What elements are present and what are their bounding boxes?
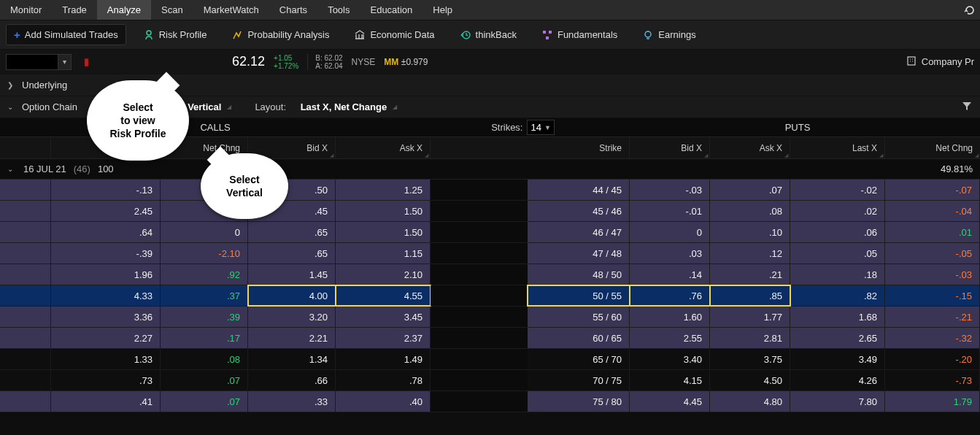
cell[interactable]: -.13 bbox=[51, 180, 161, 200]
cell[interactable]: 4.80 bbox=[710, 391, 790, 412]
cell[interactable]: -.21 bbox=[885, 307, 980, 327]
cell[interactable]: 1.49 bbox=[336, 349, 431, 369]
table-row[interactable]: 3.36.393.203.4555 / 601.601.771.68-.21 bbox=[0, 307, 980, 328]
col-bid-puts[interactable]: Bid X◢ bbox=[630, 137, 710, 158]
cell[interactable]: -.01 bbox=[630, 201, 710, 221]
cell[interactable] bbox=[0, 264, 51, 285]
cell[interactable]: 48 / 50 bbox=[528, 264, 630, 285]
cell[interactable]: .82 bbox=[790, 285, 885, 306]
table-row[interactable]: .73.07.66.7870 / 754.154.504.26-.73 bbox=[0, 370, 980, 391]
cell[interactable] bbox=[0, 307, 51, 327]
table-row[interactable]: 4.33.374.004.5550 / 55.76.85.82-.15 bbox=[0, 285, 980, 307]
add-simulated-trades-button[interactable]: + Add Simulated Trades bbox=[6, 24, 126, 45]
cell[interactable]: -.07 bbox=[885, 180, 980, 200]
cell[interactable]: 4.00 bbox=[248, 285, 336, 306]
cell[interactable]: .07 bbox=[161, 370, 248, 390]
cell[interactable]: 1.34 bbox=[248, 349, 336, 369]
cell[interactable]: 3.36 bbox=[51, 307, 161, 327]
cell[interactable]: 55 / 60 bbox=[528, 307, 630, 327]
col-netchng-puts[interactable]: Net Chng◢ bbox=[885, 137, 980, 158]
menu-item-tools[interactable]: Tools bbox=[317, 0, 360, 20]
filter-icon[interactable] bbox=[961, 100, 973, 114]
table-row[interactable]: .640.651.5046 / 470.10.06.01 bbox=[0, 222, 980, 243]
cell[interactable]: 1.79 bbox=[885, 391, 980, 412]
cell[interactable]: -2.10 bbox=[161, 243, 248, 263]
cell[interactable] bbox=[0, 180, 51, 200]
strikes-selector[interactable]: 14 ▼ bbox=[527, 120, 554, 135]
table-row[interactable]: 1.33.081.341.4965 / 703.403.753.49-.20 bbox=[0, 349, 980, 370]
cell[interactable] bbox=[0, 285, 51, 306]
cell[interactable]: 46 / 47 bbox=[528, 222, 630, 242]
economic-data-button[interactable]: Economic Data bbox=[346, 25, 442, 45]
cell[interactable]: 3.49 bbox=[790, 349, 885, 369]
cell[interactable]: .08 bbox=[710, 201, 790, 221]
cell[interactable]: 2.55 bbox=[630, 328, 710, 348]
table-row[interactable]: .41.07.33.4075 / 804.454.807.801.79 bbox=[0, 391, 980, 412]
cell[interactable]: 2.27 bbox=[51, 328, 161, 348]
symbol-input[interactable]: ▾ bbox=[6, 54, 72, 70]
probability-analysis-button[interactable]: Probability Analysis bbox=[223, 25, 337, 45]
cell[interactable]: .66 bbox=[248, 370, 336, 390]
cell[interactable]: .33 bbox=[248, 391, 336, 412]
cell[interactable]: 4.33 bbox=[51, 285, 161, 306]
refresh-icon[interactable] bbox=[960, 0, 980, 20]
table-row[interactable]: 2.45.451.5045 / 46-.01.08.02-.04 bbox=[0, 201, 980, 222]
cell[interactable]: 2.81 bbox=[710, 328, 790, 348]
cell[interactable]: 1.50 bbox=[336, 201, 431, 221]
table-row[interactable]: -.39-2.10.651.1547 / 48.03.12.05-.05 bbox=[0, 243, 980, 264]
cell[interactable]: -.32 bbox=[885, 328, 980, 348]
col-strike[interactable]: Strike bbox=[528, 137, 630, 158]
cell[interactable]: .07 bbox=[161, 391, 248, 412]
cell[interactable]: .02 bbox=[790, 201, 885, 221]
cell[interactable]: .78 bbox=[336, 370, 431, 390]
fundamentals-button[interactable]: Fundamentals bbox=[533, 25, 625, 45]
cell[interactable]: 3.45 bbox=[336, 307, 431, 327]
layout-selector[interactable]: Last X, Net Change bbox=[301, 101, 387, 112]
cell[interactable]: -.73 bbox=[885, 370, 980, 390]
cell[interactable]: 3.75 bbox=[710, 349, 790, 369]
cell[interactable]: 4.15 bbox=[630, 370, 710, 390]
cell[interactable] bbox=[0, 370, 51, 390]
cell[interactable]: -.20 bbox=[885, 349, 980, 369]
cell[interactable]: .65 bbox=[248, 243, 336, 263]
cell[interactable]: 2.21 bbox=[248, 328, 336, 348]
cell[interactable]: .85 bbox=[710, 285, 790, 306]
menu-item-trade[interactable]: Trade bbox=[52, 0, 96, 20]
cell[interactable]: 45 / 46 bbox=[528, 201, 630, 221]
cell[interactable]: 4.26 bbox=[790, 370, 885, 390]
cell[interactable]: 7.80 bbox=[790, 391, 885, 412]
table-row[interactable]: 2.27.172.212.3760 / 652.552.812.65-.32 bbox=[0, 328, 980, 349]
cell[interactable]: .41 bbox=[51, 391, 161, 412]
cell[interactable]: .17 bbox=[161, 328, 248, 348]
cell[interactable]: 47 / 48 bbox=[528, 243, 630, 263]
thinkback-button[interactable]: thinkBack bbox=[452, 25, 525, 45]
cell[interactable]: .08 bbox=[161, 349, 248, 369]
spread-selector[interactable]: Vertical bbox=[188, 101, 221, 112]
cell[interactable]: .64 bbox=[51, 222, 161, 242]
cell[interactable]: .40 bbox=[336, 391, 431, 412]
cell[interactable]: .05 bbox=[790, 243, 885, 263]
cell[interactable]: 1.45 bbox=[248, 264, 336, 285]
cell[interactable]: -.04 bbox=[885, 201, 980, 221]
cell[interactable]: 75 / 80 bbox=[528, 391, 630, 412]
cell[interactable]: .92 bbox=[161, 264, 248, 285]
cell[interactable] bbox=[0, 222, 51, 242]
menu-item-monitor[interactable]: Monitor bbox=[0, 0, 52, 20]
cell[interactable]: 1.96 bbox=[51, 264, 161, 285]
lock-indicator-icon[interactable]: ▮ bbox=[80, 56, 92, 68]
cell[interactable]: .03 bbox=[630, 243, 710, 263]
cell[interactable] bbox=[0, 243, 51, 263]
cell[interactable]: .37 bbox=[161, 285, 248, 306]
cell[interactable]: .10 bbox=[710, 222, 790, 242]
cell[interactable]: 2.10 bbox=[336, 264, 431, 285]
cell[interactable]: 2.65 bbox=[790, 328, 885, 348]
cell[interactable]: 1.60 bbox=[630, 307, 710, 327]
menu-item-help[interactable]: Help bbox=[423, 0, 463, 20]
earnings-button[interactable]: Earnings bbox=[634, 25, 703, 45]
cell[interactable]: .01 bbox=[885, 222, 980, 242]
cell[interactable]: 4.55 bbox=[336, 285, 431, 306]
table-row[interactable]: -.13.501.2544 / 45-.03.07-.02-.07 bbox=[0, 180, 980, 201]
cell[interactable]: 1.15 bbox=[336, 243, 431, 263]
cell[interactable]: .65 bbox=[248, 222, 336, 242]
cell[interactable] bbox=[0, 201, 51, 221]
